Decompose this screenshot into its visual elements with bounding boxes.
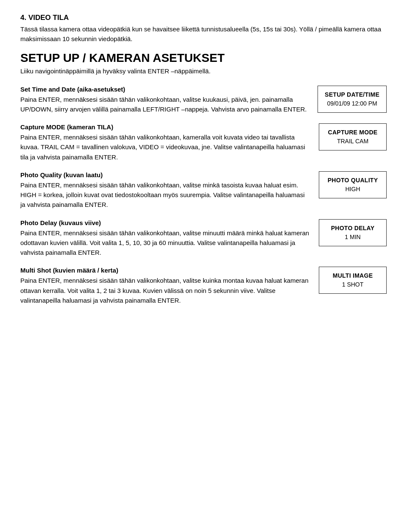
multi-shot-box-label: MULTI IMAGE	[333, 272, 373, 279]
photo-delay-block: Photo Delay (kuvaus viive) Paina ENTER, …	[20, 219, 387, 258]
capture-mode-box-value: TRAIL CAM	[326, 137, 379, 146]
multi-shot-box-side: MULTI IMAGE 1 SHOT	[319, 267, 387, 294]
capture-mode-infobox: CAPTURE MODE TRAIL CAM	[319, 123, 387, 150]
setup-sub: Liiku navigointinäppäimillä ja hyväksy v…	[20, 67, 387, 76]
multi-shot-text: Multi Shot (kuvien määrä / kerta) Paina …	[20, 267, 319, 305]
multi-shot-title: Multi Shot (kuvien määrä / kerta)	[20, 267, 310, 274]
time-date-body: Paina ENTER, mennäksesi sisään tähän val…	[20, 95, 309, 114]
multi-shot-box-value: 1 SHOT	[326, 280, 379, 289]
photo-quality-body: Paina ENTER, mennäksesi sisään tähän val…	[20, 180, 310, 210]
capture-mode-text: Capture MODE (kameran TILA) Paina ENTER,…	[20, 123, 319, 162]
photo-quality-box-value: HIGH	[326, 185, 379, 194]
photo-quality-box-side: PHOTO QUALITY HIGH	[319, 171, 387, 198]
time-date-box-value: 09/01/09 12:00 PM	[325, 99, 379, 108]
setup-section: SETUP UP / KAMERAN ASETUKSET Liiku navig…	[20, 51, 387, 76]
capture-mode-block: Capture MODE (kameran TILA) Paina ENTER,…	[20, 123, 387, 162]
time-date-title: Set Time and Date (aika-asetukset)	[20, 86, 309, 93]
time-date-box-side: SETUP DATE/TIME 09/01/09 12:00 PM	[318, 86, 387, 113]
photo-delay-body: Paina ENTER, mennäksesi sisään tähän val…	[20, 228, 310, 258]
time-date-block: Set Time and Date (aika-asetukset) Paina…	[20, 86, 387, 114]
photo-delay-box-side: PHOTO DELAY 1 MIN	[319, 219, 387, 246]
time-date-infobox: SETUP DATE/TIME 09/01/09 12:00 PM	[318, 86, 387, 113]
photo-quality-title: Photo Quality (kuvan laatu)	[20, 171, 310, 178]
photo-delay-box-label: PHOTO DELAY	[331, 225, 375, 231]
capture-mode-box-side: CAPTURE MODE TRAIL CAM	[319, 123, 387, 150]
photo-quality-text: Photo Quality (kuvan laatu) Paina ENTER,…	[20, 171, 319, 210]
photo-quality-infobox: PHOTO QUALITY HIGH	[319, 171, 387, 198]
capture-mode-body: Paina ENTER, mennäksesi sisään tähän val…	[20, 132, 310, 162]
photo-delay-text: Photo Delay (kuvaus viive) Paina ENTER, …	[20, 219, 319, 258]
multi-shot-block: Multi Shot (kuvien määrä / kerta) Paina …	[20, 267, 387, 305]
multi-shot-body: Paina ENTER, mennäksesi sisään tähän val…	[20, 276, 310, 305]
time-date-box-label: SETUP DATE/TIME	[325, 91, 379, 98]
multi-shot-infobox: MULTI IMAGE 1 SHOT	[319, 267, 387, 294]
capture-mode-box-label: CAPTURE MODE	[328, 129, 378, 136]
video-title: 4. VIDEO TILA	[20, 14, 387, 22]
photo-quality-box-label: PHOTO QUALITY	[328, 177, 378, 184]
capture-mode-title: Capture MODE (kameran TILA)	[20, 123, 310, 131]
photo-delay-infobox: PHOTO DELAY 1 MIN	[319, 219, 387, 246]
photo-delay-title: Photo Delay (kuvaus viive)	[20, 219, 310, 226]
time-date-text: Set Time and Date (aika-asetukset) Paina…	[20, 86, 318, 114]
photo-delay-box-value: 1 MIN	[326, 233, 379, 242]
setup-heading: SETUP UP / KAMERAN ASETUKSET	[20, 51, 387, 65]
photo-quality-block: Photo Quality (kuvan laatu) Paina ENTER,…	[20, 171, 387, 210]
video-section: 4. VIDEO TILA Tässä tilassa kamera ottaa…	[20, 14, 387, 44]
video-body: Tässä tilassa kamera ottaa videopätkiä k…	[20, 25, 387, 44]
